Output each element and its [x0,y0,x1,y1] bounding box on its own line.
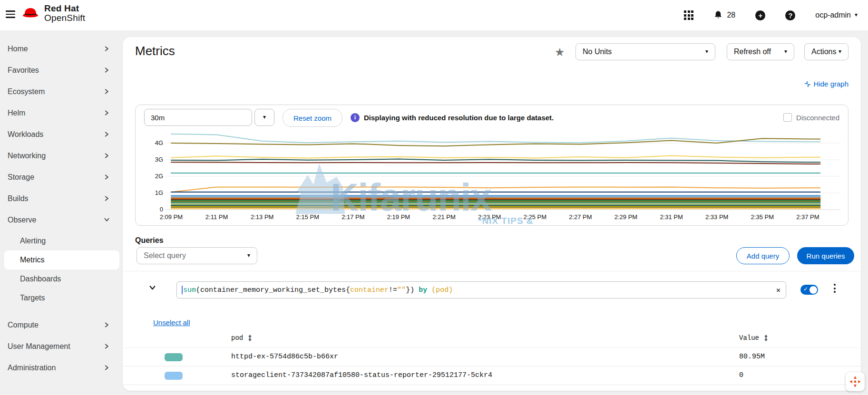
clear-query-icon[interactable]: ✕ [776,286,780,295]
run-queries-button[interactable]: Run queries [797,247,854,264]
sidebar-item-storage[interactable]: Storage [0,166,122,188]
pod-name: storageclient-737342087af10580-status-re… [231,371,492,379]
crosshair-arrows-icon [849,376,861,388]
table-row: httpd-ex-5754d86c5b-b66xr80.95M [123,347,861,366]
select-query-placeholder: Select query [144,251,186,260]
sidebar-item-workloads[interactable]: Workloads [0,124,122,145]
metrics-chart[interactable]: 01G2G3G4G2:09 PM2:11 PM2:13 PM2:15 PM2:1… [142,128,841,224]
chevron-right-icon [104,196,109,201]
chart-series-series-02 [171,138,820,146]
compress-icon [804,81,811,87]
sort-icon [248,335,252,341]
x-axis-tick-label: 2:23 PM [478,213,501,221]
hamburger-menu-icon[interactable] [6,10,15,19]
sidebar-subitem-label: Dashboards [20,275,61,283]
y-axis-tick-label: 3G [155,156,163,163]
query-kebab-menu[interactable] [832,282,838,295]
sidebar-item-compute[interactable]: Compute [0,314,122,336]
refresh-dropdown[interactable]: Refresh off ▾ [727,43,794,60]
redhat-openshift-logo: Red Hat OpenShift [21,4,85,23]
chevron-right-icon [104,46,109,51]
x-axis-tick-label: 2:31 PM [660,213,683,221]
y-axis-tick-label: 1G [155,189,163,196]
help-button[interactable]: ? [785,10,795,20]
series-swatch[interactable] [165,372,183,380]
check-icon: ✓ [803,286,808,292]
user-menu[interactable]: ocp-admin ▾ [815,11,858,19]
chevron-right-icon [104,365,109,370]
sidebar-item-targets[interactable]: Targets [0,289,122,308]
hide-graph-label: Hide graph [814,80,848,88]
sidebar-item-helm[interactable]: Helm [0,102,122,124]
chevron-down-icon: ▾ [839,48,841,55]
brand-line2: OpenShift [44,13,85,23]
query-expression: sum(container_memory_working_set_bytes{c… [183,286,453,294]
sidebar-item-label: Storage [8,173,34,182]
x-axis-tick-label: 2:27 PM [569,213,592,221]
sidebar-item-networking[interactable]: Networking [0,145,122,166]
query-enabled-toggle[interactable]: ✓ [800,285,818,295]
select-query-dropdown[interactable]: Select query ▾ [137,247,257,264]
sidebar-item-dashboards[interactable]: Dashboards [0,270,122,289]
x-axis-tick-label: 2:15 PM [296,213,319,221]
favorite-star-icon[interactable]: ★ [555,46,565,59]
queries-heading: Queries [135,236,164,245]
sidebar-item-user-management[interactable]: User Management [0,336,122,357]
reset-zoom-button[interactable]: Reset zoom [283,109,342,127]
notifications-button[interactable]: 28 [713,10,735,20]
add-query-label: Add query [747,252,779,260]
sidebar-item-home[interactable]: Home [0,38,122,59]
results-table-body: httpd-ex-5754d86c5b-b66xr80.95Mstoragecl… [123,347,861,385]
sidebar-item-builds[interactable]: Builds [0,188,122,209]
add-query-button[interactable]: Add query [736,247,790,264]
pod-column-header[interactable]: pod [231,334,252,342]
disconnected-checkbox[interactable] [783,113,792,122]
app-grid-icon [684,10,693,20]
reduced-resolution-message: Displaying with reduced resolution due t… [364,114,554,122]
text-cursor [182,286,183,294]
hide-graph-link[interactable]: Hide graph [804,80,848,88]
sidebar-item-label: Observe [8,216,36,224]
actions-dropdown[interactable]: Actions ▾ [804,43,848,60]
add-button[interactable]: + [755,10,765,20]
sidebar-item-ecosystem[interactable]: Ecosystem [0,81,122,102]
sidebar-item-favorites[interactable]: Favorites [0,59,122,81]
expression-token [427,286,431,294]
chevron-right-icon [104,132,109,137]
sidebar-item-metrics[interactable]: Metrics [4,250,119,270]
actions-dropdown-value: Actions [811,48,836,56]
sidebar-item-label: Helm [8,109,25,117]
sort-icon [764,335,768,341]
expression-token: container [350,286,389,294]
sidebar-item-label: Administration [8,364,56,372]
notification-count: 28 [727,11,735,19]
refresh-dropdown-value: Refresh off [734,48,771,56]
sidebar-item-label: Home [8,45,28,53]
sidebar-gap [0,308,122,314]
x-axis-tick-label: 2:09 PM [160,213,183,221]
sidebar-subnav: AlertingMetricsDashboardsTargets [0,231,122,308]
unselect-all-link[interactable]: Unselect all [153,318,190,327]
query-expander-button[interactable] [149,284,156,293]
timespan-dropdown-button[interactable]: ▾ [254,109,274,126]
x-axis-tick-label: 2:25 PM [524,213,546,221]
chevron-down-icon: ▾ [247,252,250,259]
x-axis-tick-label: 2:21 PM [432,213,455,221]
sidebar-item-administration[interactable]: Administration [0,357,122,378]
app-launcher-button[interactable] [684,10,693,20]
sidebar-item-observe[interactable]: Observe [0,209,122,231]
value-column-header[interactable]: Value [739,334,768,342]
x-axis-tick-label: 2:11 PM [205,213,228,221]
expression-token: sum [183,286,196,294]
page-title: Metrics [135,44,175,58]
units-dropdown-value: No Units [583,48,612,56]
sidebar-item-alerting[interactable]: Alerting [0,231,122,250]
results-table-header: pod Value [123,334,861,347]
query-expression-input[interactable]: sum(container_memory_working_set_bytes{c… [176,281,786,299]
timespan-input[interactable]: 30m [144,109,252,126]
x-axis-tick-label: 2:17 PM [341,213,364,221]
metrics-card: Metrics ★ No Units ▾ Refresh off ▾ Actio… [123,37,861,391]
sidebar-subitem-label: Alerting [20,237,46,245]
units-dropdown[interactable]: No Units ▾ [575,43,715,60]
series-swatch[interactable] [165,353,183,361]
